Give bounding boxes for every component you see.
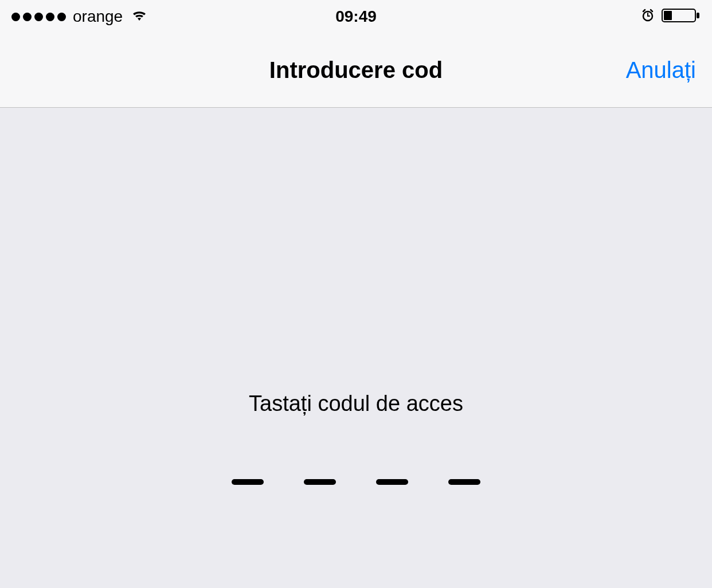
passcode-input[interactable] — [232, 479, 480, 485]
passcode-prompt: Tastați codul de acces — [249, 391, 463, 416]
cancel-button[interactable]: Anulați — [626, 57, 696, 83]
passcode-digit-placeholder — [304, 479, 336, 485]
page-title: Introducere cod — [269, 57, 443, 83]
alarm-icon — [641, 9, 655, 25]
svg-rect-7 — [697, 13, 699, 18]
status-bar-time: 09:49 — [335, 7, 377, 26]
nav-bar: Introducere cod Anulați — [0, 33, 712, 108]
battery-icon — [662, 7, 701, 26]
passcode-digit-placeholder — [376, 479, 408, 485]
status-bar-right — [641, 7, 701, 26]
content-area: Tastați codul de acces — [0, 108, 712, 485]
status-bar-left: orange — [11, 7, 148, 26]
svg-rect-6 — [664, 11, 672, 20]
svg-line-4 — [651, 10, 652, 11]
status-bar: orange 09:49 — [0, 0, 712, 33]
svg-line-3 — [643, 10, 645, 11]
passcode-digit-placeholder — [448, 479, 480, 485]
passcode-digit-placeholder — [232, 479, 264, 485]
signal-strength-icon — [11, 13, 66, 21]
carrier-label: orange — [73, 7, 123, 26]
wifi-icon — [131, 9, 148, 25]
